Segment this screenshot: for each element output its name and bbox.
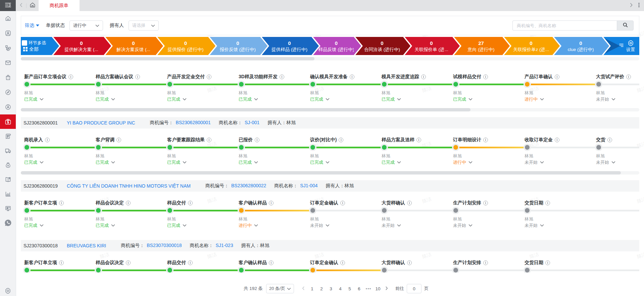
stage-status-dropdown[interactable]: 已完成 bbox=[24, 96, 96, 102]
info-icon[interactable]: i bbox=[339, 138, 343, 142]
info-icon[interactable]: i bbox=[188, 201, 193, 205]
page-size-select[interactable]: 20 条/页 bbox=[266, 284, 294, 293]
sidebar-collapse-button[interactable] bbox=[0, 0, 16, 11]
info-icon[interactable]: i bbox=[116, 138, 121, 142]
stage-status-dropdown[interactable]: 已完成 bbox=[24, 159, 96, 165]
info-icon[interactable]: i bbox=[126, 201, 131, 205]
info-icon[interactable]: i bbox=[421, 75, 426, 79]
scrollbar-thumb[interactable] bbox=[21, 108, 470, 111]
info-icon[interactable]: i bbox=[555, 138, 559, 142]
info-icon[interactable]: i bbox=[545, 201, 550, 205]
stage-status-dropdown[interactable]: 进行中 bbox=[525, 96, 596, 102]
stage-status-dropdown[interactable]: 已完成 bbox=[167, 159, 239, 165]
info-icon[interactable]: i bbox=[555, 75, 559, 79]
opportunity-name-link[interactable]: SJ1-023 bbox=[216, 243, 233, 249]
record-company-link[interactable]: YI BAO PRODUCE GROUP INC bbox=[67, 120, 135, 126]
strip-scrollbar[interactable] bbox=[21, 171, 639, 175]
info-icon[interactable]: i bbox=[483, 75, 488, 79]
pipeline-stage-segment[interactable]: 0关联报价单 (进... bbox=[403, 37, 452, 55]
info-icon[interactable]: i bbox=[280, 75, 284, 79]
page-number-4[interactable]: 4 bbox=[336, 284, 345, 293]
page-number-2[interactable]: 2 bbox=[317, 284, 326, 293]
sidebar-item-org-tree[interactable] bbox=[0, 41, 16, 55]
stage-status-dropdown[interactable]: 已完成 bbox=[310, 96, 382, 102]
stage-status-dropdown[interactable]: 已完成 bbox=[96, 159, 167, 165]
opportunity-name-link[interactable]: SJ-001 bbox=[245, 120, 259, 126]
stage-status-dropdown[interactable]: 未开始 bbox=[453, 223, 525, 229]
sidebar-item-settings[interactable] bbox=[0, 285, 16, 296]
stage-status-dropdown[interactable]: 进行中 bbox=[453, 159, 525, 165]
stage-status-dropdown[interactable]: 未开始 bbox=[382, 223, 453, 229]
pipeline-stage-segment[interactable]: 0提供样品 (进行中) bbox=[260, 37, 311, 55]
info-icon[interactable]: i bbox=[407, 260, 412, 265]
nav-back-button[interactable] bbox=[16, 2, 26, 9]
sidebar-item-open-book[interactable] bbox=[0, 172, 16, 187]
search-input[interactable] bbox=[512, 20, 617, 31]
sidebar-item-user[interactable] bbox=[0, 26, 16, 41]
pipeline-stage-segment[interactable]: 0关联报价单z (进... bbox=[502, 37, 552, 55]
info-icon[interactable]: i bbox=[626, 75, 631, 79]
stage-status-dropdown[interactable]: 已完成 bbox=[382, 96, 453, 102]
stage-status-dropdown[interactable]: 未开始 bbox=[525, 159, 596, 165]
info-icon[interactable]: i bbox=[545, 260, 550, 265]
scrollbar-thumb[interactable] bbox=[21, 57, 314, 60]
info-icon[interactable]: i bbox=[68, 75, 73, 79]
info-icon[interactable]: i bbox=[340, 260, 345, 265]
prev-page-button[interactable] bbox=[299, 286, 307, 292]
page-number-3[interactable]: 3 bbox=[326, 284, 336, 293]
stage-status-dropdown[interactable]: 已完成 bbox=[239, 159, 310, 165]
sidebar-item-receipt[interactable] bbox=[0, 129, 16, 143]
info-icon[interactable]: i bbox=[483, 201, 488, 205]
info-icon[interactable]: i bbox=[416, 138, 421, 142]
pipeline-all-stages[interactable]: 环节多选 全部 bbox=[21, 37, 52, 55]
opportunity-name-link[interactable]: SJ1-004 bbox=[300, 183, 317, 189]
info-icon[interactable]: i bbox=[483, 260, 488, 265]
page-number-5[interactable]: 5 bbox=[345, 284, 354, 293]
status-select[interactable]: 进行中 bbox=[69, 20, 103, 31]
stage-status-dropdown[interactable]: 已完成 bbox=[96, 223, 167, 229]
tab-business-follow[interactable]: 商机跟单 bbox=[39, 0, 80, 11]
stage-status-dropdown[interactable]: 已完成 bbox=[310, 159, 382, 165]
pipeline-stage-segment[interactable]: 0clue (进行中) bbox=[552, 37, 602, 55]
info-icon[interactable]: i bbox=[135, 75, 140, 79]
pipeline-scrollbar[interactable] bbox=[21, 57, 639, 60]
opportunity-code-link[interactable]: BS23062800022 bbox=[231, 183, 266, 189]
info-icon[interactable]: i bbox=[255, 138, 259, 142]
sidebar-item-mail[interactable] bbox=[0, 55, 16, 70]
stage-status-dropdown[interactable]: 已完成 bbox=[24, 223, 96, 229]
info-icon[interactable]: i bbox=[350, 75, 354, 79]
page-number-6[interactable]: 6 bbox=[354, 284, 364, 293]
stage-status-dropdown[interactable]: 已完成 bbox=[96, 96, 167, 102]
record-company-link[interactable]: CÔNG TY LIÊN DOANH TNHH HINO MOTORS VIỆT… bbox=[67, 183, 191, 189]
filter-toggle[interactable]: 筛选 bbox=[25, 22, 39, 29]
sidebar-item-presentation[interactable] bbox=[0, 201, 16, 215]
sidebar-item-money-pouch[interactable] bbox=[0, 158, 16, 172]
stage-status-dropdown[interactable]: 未开始 bbox=[525, 223, 639, 229]
more-menu-button[interactable] bbox=[637, 2, 641, 9]
info-icon[interactable]: i bbox=[483, 138, 488, 142]
nav-forward-button[interactable] bbox=[629, 2, 634, 9]
info-icon[interactable]: i bbox=[188, 260, 193, 265]
stage-status-dropdown[interactable]: 进行中 bbox=[239, 223, 310, 229]
goto-page-input[interactable] bbox=[407, 284, 422, 293]
stage-status-dropdown[interactable]: 未开始 bbox=[596, 96, 639, 102]
info-icon[interactable]: i bbox=[607, 138, 612, 142]
info-icon[interactable]: i bbox=[269, 201, 274, 205]
sidebar-item-whatsapp[interactable] bbox=[0, 215, 16, 230]
sidebar-item-bar-chart[interactable] bbox=[0, 187, 16, 201]
next-page-button[interactable] bbox=[383, 286, 391, 292]
home-tab-button[interactable] bbox=[27, 2, 39, 10]
sidebar-item-compass[interactable] bbox=[0, 85, 16, 100]
sidebar-item-home[interactable] bbox=[0, 11, 16, 26]
strip-scrollbar[interactable] bbox=[21, 108, 639, 111]
stage-status-dropdown[interactable]: 未开始 bbox=[596, 159, 639, 165]
info-icon[interactable]: i bbox=[207, 138, 211, 142]
info-icon[interactable]: i bbox=[340, 201, 345, 205]
info-icon[interactable]: i bbox=[207, 75, 211, 79]
sidebar-item-circle-a[interactable] bbox=[0, 100, 16, 114]
sidebar-item-truck[interactable] bbox=[0, 143, 16, 158]
stage-status-dropdown[interactable]: 未开始 bbox=[310, 223, 382, 229]
info-icon[interactable]: i bbox=[59, 201, 64, 205]
stage-status-dropdown[interactable]: 已完成 bbox=[382, 159, 453, 165]
pipeline-stage-segment[interactable]: 27意向 (进行中) bbox=[452, 37, 502, 55]
